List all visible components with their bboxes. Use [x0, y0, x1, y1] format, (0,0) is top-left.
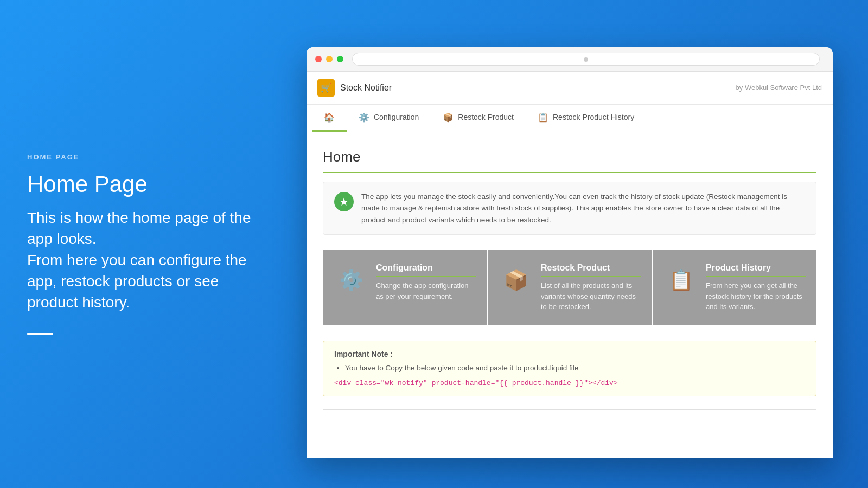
info-text: The app lets you manage the stock easily… [361, 191, 805, 226]
decorative-divider [27, 333, 53, 335]
page-description: This is how the home page of the app loo… [27, 207, 255, 313]
browser-maximize-dot [337, 56, 343, 62]
page-label: HOME PAGE [27, 153, 255, 161]
info-star-icon: ★ [339, 195, 349, 208]
browser-chrome [307, 47, 833, 72]
home-tab-icon: 🏠 [324, 112, 335, 123]
config-card-body: Configuration Change the app configurati… [376, 263, 476, 301]
config-tab-icon: ⚙️ [359, 112, 369, 123]
history-card-icon: 📋 [669, 269, 693, 292]
app-container: 🛒 Stock Notifier by Webkul Software Pvt … [307, 72, 833, 458]
history-card-icon-wrap: 📋 [663, 263, 698, 298]
note-title: Important Note : [334, 350, 805, 358]
important-note: Important Note : You have to Copy the be… [323, 341, 816, 396]
bottom-divider [323, 409, 816, 410]
page-heading: Home [323, 149, 816, 173]
config-tab-label: Configuration [374, 113, 419, 121]
feature-card-history[interactable]: 📋 Product History From here you can get … [653, 250, 816, 325]
browser-close-dot [315, 56, 322, 62]
tab-home[interactable]: 🏠 [312, 105, 347, 132]
address-dot [584, 57, 588, 62]
restock-card-title: Restock Product [541, 263, 641, 277]
history-card-desc: From here you can get all the restock hi… [706, 280, 806, 312]
info-box: ★ The app lets you manage the stock easi… [323, 182, 816, 235]
note-list: You have to Copy the below given code an… [334, 364, 805, 372]
browser-mockup: 🛒 Stock Notifier by Webkul Software Pvt … [307, 47, 833, 458]
page-title: Home Page [27, 171, 255, 198]
history-tab-label: Restock Product History [553, 113, 634, 121]
browser-address-bar [352, 53, 820, 66]
tab-restock-product[interactable]: 📦 Restock Product [431, 105, 526, 132]
app-title: Stock Notifier [340, 83, 392, 93]
app-by: by Webkul Software Pvt Ltd [736, 84, 822, 92]
info-icon: ★ [334, 192, 354, 211]
history-card-title: Product History [706, 263, 806, 277]
app-icon-emoji: 🛒 [321, 82, 331, 93]
tab-configuration[interactable]: ⚙️ Configuration [347, 105, 431, 132]
restock-tab-label: Restock Product [458, 113, 514, 121]
app-header: 🛒 Stock Notifier by Webkul Software Pvt … [307, 72, 833, 105]
config-card-desc: Change the app configuration as per your… [376, 280, 476, 301]
restock-card-desc: List of all the products and its variant… [541, 280, 641, 312]
feature-card-restock[interactable]: 📦 Restock Product List of all the produc… [488, 250, 652, 325]
restock-card-body: Restock Product List of all the products… [541, 263, 641, 312]
config-card-icon: ⚙️ [339, 269, 363, 292]
browser-minimize-dot [326, 56, 333, 62]
feature-cards: ⚙️ Configuration Change the app configur… [323, 250, 816, 325]
config-card-icon-wrap: ⚙️ [334, 263, 368, 298]
restock-card-icon: 📦 [504, 269, 528, 292]
note-list-item: You have to Copy the below given code an… [345, 364, 805, 372]
feature-card-configuration[interactable]: ⚙️ Configuration Change the app configur… [323, 250, 487, 325]
history-card-body: Product History From here you can get al… [706, 263, 806, 312]
app-icon: 🛒 [317, 79, 335, 97]
tab-restock-history[interactable]: 📋 Restock Product History [526, 105, 646, 132]
app-brand: 🛒 Stock Notifier [317, 79, 392, 97]
restock-card-icon-wrap: 📦 [499, 263, 533, 298]
config-card-title: Configuration [376, 263, 476, 277]
restock-tab-icon: 📦 [443, 112, 454, 123]
main-content: Home ★ The app lets you manage the stock… [307, 132, 833, 458]
history-tab-icon: 📋 [538, 112, 548, 123]
left-panel: HOME PAGE Home Page This is how the home… [0, 120, 282, 367]
note-code: <div class="wk_notify" product-handle="{… [334, 379, 618, 387]
right-panel: 🛒 Stock Notifier by Webkul Software Pvt … [282, 31, 868, 458]
nav-tabs: 🏠 ⚙️ Configuration 📦 Restock Product 📋 R… [307, 105, 833, 132]
